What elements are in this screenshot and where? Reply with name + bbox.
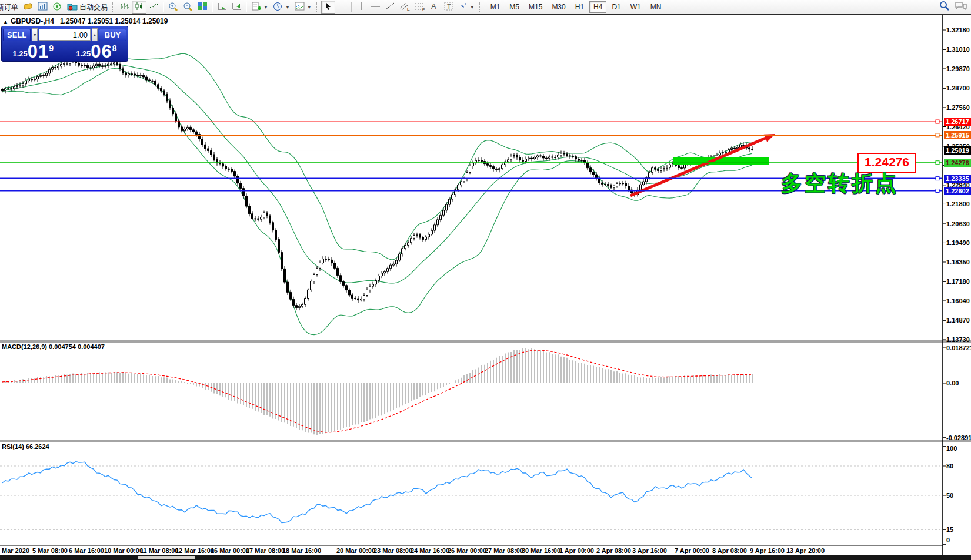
volume-decrease-button[interactable]: ▼ — [32, 28, 38, 41]
time-tick: 24 Mar 16:00 — [411, 547, 449, 554]
candlestick-chart-button[interactable] — [132, 1, 146, 14]
fibonacci-icon: F — [415, 2, 425, 13]
chart-shift-button[interactable] — [229, 1, 244, 14]
buy-button[interactable]: BUY — [99, 29, 126, 41]
chat-icon[interactable] — [955, 1, 967, 13]
timeframe-m1[interactable]: M1 — [486, 1, 505, 13]
equidistant-channel-icon: E — [399, 2, 410, 13]
price-tick: 1.32180 — [946, 26, 970, 33]
line-chart-icon — [149, 2, 159, 12]
rsi-indicator-label: RSI(14) 66.2624 — [2, 443, 49, 450]
down-candles — [2, 61, 750, 308]
sell-price[interactable]: 1.25 01 9 — [2, 42, 65, 61]
horizontal-scrollbar[interactable] — [0, 555, 971, 560]
buy-price-sup: 8 — [112, 43, 117, 53]
autotrading-label: 自动交易 — [79, 2, 108, 12]
tile-windows-button[interactable] — [195, 1, 210, 14]
price-tick: 1.28700 — [946, 85, 970, 92]
buy-price[interactable]: 1.25 06 8 — [65, 42, 128, 61]
scrollbar-thumb[interactable] — [138, 556, 195, 559]
horizontal-line-button[interactable] — [368, 1, 383, 14]
collapse-triangle-icon[interactable]: ▲ — [3, 19, 8, 25]
dropdown-caret-icon: ▼ — [307, 5, 312, 10]
cursor-arrow-icon — [324, 2, 332, 12]
toolbar-separator — [351, 2, 352, 12]
channel-button[interactable]: E — [397, 1, 412, 14]
templates-button[interactable]: ▼ — [292, 1, 314, 14]
trendline-button[interactable] — [383, 1, 397, 14]
chart-shift-icon — [232, 2, 242, 12]
chart-title: ▲GBPUSD-,H41.25047 1.25051 1.25014 1.250… — [3, 17, 168, 25]
bar-chart-button[interactable] — [117, 1, 132, 14]
text-button[interactable]: A — [428, 1, 442, 14]
dropdown-caret-icon: ▼ — [285, 5, 290, 10]
cursor-button[interactable] — [321, 1, 335, 14]
line-chart-button[interactable] — [146, 1, 161, 14]
new-order-label: 新订单 — [0, 2, 18, 12]
time-tick: 3 Apr 16:00 — [632, 547, 667, 554]
line-handle — [936, 133, 939, 137]
timeframe-w1[interactable]: W1 — [626, 1, 645, 13]
candlestick-icon — [134, 2, 144, 12]
zoom-in-button[interactable] — [166, 1, 181, 14]
macd-signal-line — [2, 350, 752, 432]
trendline-icon — [385, 2, 395, 12]
autotrading-button[interactable]: 自动交易 — [65, 1, 110, 14]
chinese-annotation[interactable]: 多空转折点 — [781, 169, 899, 198]
close-order-button[interactable] — [21, 1, 35, 14]
market-watch-button[interactable] — [35, 1, 50, 14]
price-tick: 1.17180 — [946, 278, 970, 285]
volume-increase-button[interactable]: ▲ — [92, 28, 98, 41]
price-tick: 1.19490 — [946, 239, 970, 246]
sell-price-sup: 9 — [49, 43, 54, 53]
vertical-line-button[interactable] — [354, 1, 368, 14]
toolbar-grip[interactable] — [316, 2, 319, 12]
text-label-button[interactable]: T — [442, 1, 456, 14]
macd-histogram — [2, 348, 752, 435]
new-order-button[interactable]: 新订单 — [0, 1, 21, 14]
rsi-panel — [0, 462, 942, 530]
timeframe-mn[interactable]: MN — [646, 1, 666, 13]
search-icon[interactable] — [939, 1, 950, 14]
timeframe-d1[interactable]: D1 — [608, 1, 625, 13]
price-tick: 1.18350 — [946, 259, 970, 266]
time-tick: Mar 2020 — [2, 547, 29, 554]
time-tick: 13 Apr 20:00 — [786, 547, 825, 554]
symbol-period: GBPUSD-,H4 — [11, 17, 54, 25]
clock-icon — [273, 2, 283, 13]
indicators-button[interactable]: ▼ — [249, 1, 271, 14]
toolbar-grip[interactable] — [112, 2, 115, 12]
svg-text:A: A — [431, 2, 436, 11]
arrows-button[interactable]: ▼ — [456, 1, 477, 14]
sell-button[interactable]: SELL — [3, 29, 31, 41]
time-tick: 23 Mar 08:00 — [373, 547, 412, 554]
price-tick: 1.13730 — [946, 336, 970, 343]
chart-window-icon — [38, 2, 48, 12]
timeframe-m30[interactable]: M30 — [548, 1, 569, 13]
auto-scroll-button[interactable] — [215, 1, 229, 14]
price-tick: 1.16040 — [946, 297, 970, 304]
signals-button[interactable] — [50, 1, 65, 14]
timeframe-m5[interactable]: M5 — [505, 1, 523, 13]
price-tick: 1.14870 — [946, 317, 970, 324]
crosshair-button[interactable] — [335, 1, 349, 14]
price-tick: 1.31010 — [946, 46, 970, 53]
price-tag: 1.26717 — [944, 118, 971, 126]
timeframe-h1[interactable]: H1 — [571, 1, 588, 13]
rsi-line — [2, 462, 752, 523]
time-tick: 16 Mar 00:00 — [211, 547, 249, 554]
sell-price-small: 1.25 — [12, 49, 27, 58]
timeframe-h4[interactable]: H4 — [589, 1, 606, 13]
fibonacci-button[interactable]: F — [412, 1, 428, 14]
macd-tick: 0.018721 — [946, 344, 971, 351]
line-handle — [936, 189, 939, 193]
toolbar-grip[interactable] — [479, 2, 482, 12]
add-indicator-icon — [251, 2, 261, 13]
zoom-out-button[interactable] — [181, 1, 195, 14]
timeframe-m15[interactable]: M15 — [525, 1, 546, 13]
toolbar-separator — [212, 2, 213, 12]
chart-canvas[interactable] — [0, 14, 971, 560]
time-tick: 5 Mar 08:00 — [32, 547, 68, 554]
volume-input[interactable] — [39, 29, 91, 41]
periods-button[interactable]: ▼ — [271, 1, 292, 14]
